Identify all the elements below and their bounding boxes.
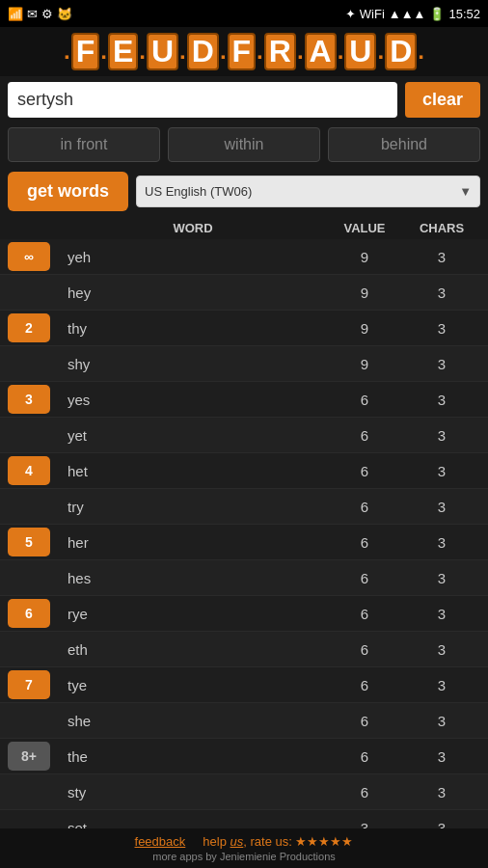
language-value: US English (TW06): [145, 184, 252, 199]
row-word: yeh: [58, 249, 326, 265]
behind-filter[interactable]: behind: [328, 127, 480, 162]
row-chars: 3: [403, 356, 480, 372]
row-word: yes: [58, 392, 326, 408]
star-rating[interactable]: ★★★★★: [295, 834, 353, 849]
in-front-filter[interactable]: in front: [8, 127, 160, 162]
wifi-icon: WiFi: [360, 7, 385, 21]
logo-letter-u: U: [147, 33, 178, 70]
clock: 15:52: [448, 7, 480, 21]
row-value: 6: [326, 463, 403, 479]
row-value: 6: [326, 677, 403, 693]
row-word: hey: [58, 285, 326, 301]
row-value: 6: [326, 534, 403, 551]
get-words-button[interactable]: get words: [8, 172, 128, 211]
row-badge-empty: [8, 349, 50, 378]
row-chars: 3: [403, 534, 480, 551]
row-value: 6: [326, 606, 403, 622]
row-chars: 3: [403, 713, 480, 729]
row-word: het: [58, 463, 326, 479]
feedback-link[interactable]: feedback: [135, 834, 186, 849]
row-value: 9: [326, 356, 403, 372]
logo-letter-a: A: [305, 33, 337, 70]
row-badge: 3: [8, 385, 50, 414]
logo-letter-u2: U: [344, 33, 376, 70]
within-filter[interactable]: within: [168, 127, 320, 162]
footer-more-apps: more apps by Jeniemienie Productions: [8, 851, 480, 862]
table-header: WORD VALUE CHARS: [0, 217, 488, 239]
logo-letter-e: E: [108, 33, 138, 70]
row-word: rye: [58, 606, 326, 622]
row-value: 9: [326, 249, 403, 265]
row-badge: 5: [8, 528, 50, 556]
row-chars: 3: [403, 677, 480, 693]
row-value: 6: [326, 784, 403, 800]
usb-icon: ⚙: [41, 7, 53, 21]
row-badge-empty: [8, 492, 50, 521]
signal-icon: ▲▲▲: [389, 7, 426, 21]
row-value: 6: [326, 713, 403, 729]
logo-letter-r: R: [264, 33, 296, 70]
search-input[interactable]: [8, 82, 397, 118]
row-value: 6: [326, 392, 403, 408]
bluetooth-icon: ✦: [345, 7, 356, 21]
table-row: 5 her 6 3: [0, 525, 488, 560]
logo-dot-10: ·: [418, 43, 424, 70]
row-word: her: [58, 534, 326, 551]
language-select[interactable]: US English (TW06) ▼: [136, 176, 480, 207]
battery-icon: 🔋: [429, 7, 445, 21]
row-chars: 3: [403, 285, 480, 301]
row-chars: 3: [403, 570, 480, 586]
table-row: 2 thy 9 3: [0, 311, 488, 346]
table-row: shy 9 3: [0, 346, 488, 382]
table-row: 8+ the 6 3: [0, 739, 488, 774]
action-row: get words US English (TW06) ▼: [0, 166, 488, 217]
table-row: she 6 3: [0, 703, 488, 739]
row-badge: ∞: [8, 242, 50, 271]
table-row: hes 6 3: [0, 560, 488, 596]
row-value: 6: [326, 748, 403, 765]
logo-dot-3: ·: [139, 43, 146, 70]
logo-bar: ·F·E·U·D·F·R·A·U·D·: [0, 27, 488, 76]
row-word: yet: [58, 427, 326, 444]
logo-letter-d: D: [187, 33, 219, 70]
row-badge: 7: [8, 670, 50, 699]
row-badge-empty: [8, 706, 50, 735]
row-chars: 3: [403, 641, 480, 658]
table-row: 6 rye 6 3: [0, 596, 488, 632]
row-badge: 8+: [8, 742, 50, 771]
word-list: ∞ yeh 9 3 hey 9 3 2 thy 9 3 shy 9 3 3 ye…: [0, 239, 488, 868]
table-row: hey 9 3: [0, 275, 488, 311]
logo-letter-f2: F: [228, 33, 257, 70]
row-word: thy: [58, 320, 326, 337]
row-value: 9: [326, 285, 403, 301]
row-word: sty: [58, 784, 326, 800]
row-chars: 3: [403, 784, 480, 800]
rate-text: , rate us:: [243, 834, 295, 849]
table-row: try 6 3: [0, 489, 488, 525]
th-value: VALUE: [326, 221, 403, 235]
table-row: ∞ yeh 9 3: [0, 239, 488, 275]
row-word: eth: [58, 641, 326, 658]
footer: feedback help us, rate us: ★★★★★ more ap…: [0, 828, 488, 868]
row-badge: 2: [8, 313, 50, 342]
row-badge-empty: [8, 635, 50, 664]
clear-button[interactable]: clear: [405, 82, 480, 118]
th-chars: CHARS: [403, 221, 480, 235]
row-value: 6: [326, 570, 403, 586]
row-chars: 3: [403, 606, 480, 622]
logo-dot-8: ·: [338, 43, 344, 70]
row-word: shy: [58, 356, 326, 372]
row-chars: 3: [403, 499, 480, 515]
row-chars: 3: [403, 427, 480, 444]
row-chars: 3: [403, 320, 480, 337]
table-row: eth 6 3: [0, 632, 488, 667]
logo-dot-1: ·: [64, 43, 70, 70]
row-chars: 3: [403, 249, 480, 265]
table-row: 3 yes 6 3: [0, 382, 488, 418]
row-word: the: [58, 748, 326, 765]
help-us-link[interactable]: us: [230, 834, 244, 849]
cat-icon: 🐱: [57, 7, 72, 21]
logo-dot-4: ·: [179, 43, 186, 70]
row-badge: 4: [8, 456, 50, 485]
logo-dot-6: ·: [257, 43, 263, 70]
